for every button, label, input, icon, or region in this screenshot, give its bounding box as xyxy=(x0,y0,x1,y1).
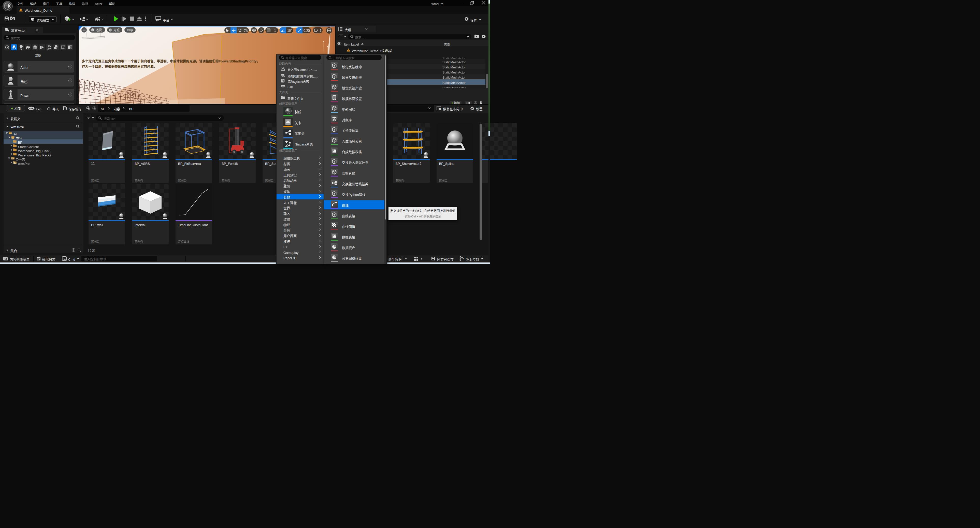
svg-text:C»: C» xyxy=(14,161,16,164)
svg-text:FAB: FAB xyxy=(29,107,33,110)
svg-text:FAB: FAB xyxy=(282,85,285,87)
svg-text:C»: C» xyxy=(12,157,14,160)
